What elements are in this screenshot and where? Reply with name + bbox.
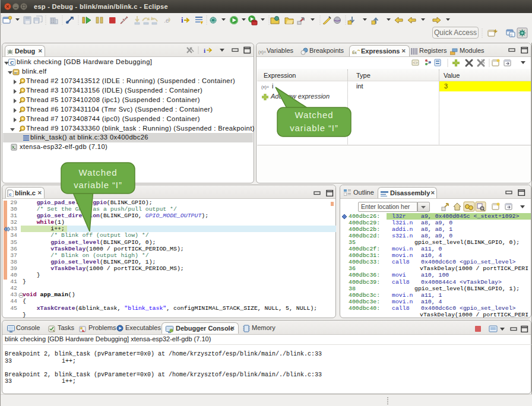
- svg-text:i: i: [204, 47, 205, 54]
- svg-text:.e: .e: [164, 17, 169, 24]
- svg-text:c: c: [9, 192, 12, 197]
- svg-text:Watched: Watched: [295, 110, 334, 120]
- svg-text:C: C: [511, 33, 514, 37]
- svg-text:<>: <>: [413, 61, 418, 65]
- svg-text:i: i: [181, 15, 183, 24]
- svg-text:(x)=: (x)=: [258, 49, 266, 55]
- svg-text:C: C: [10, 60, 14, 66]
- svg-text:variable “I”: variable “I”: [290, 123, 338, 133]
- svg-text:6x: 6x: [352, 50, 357, 55]
- svg-text:Watched: Watched: [79, 167, 118, 177]
- svg-text:variable “I”: variable “I”: [74, 180, 122, 190]
